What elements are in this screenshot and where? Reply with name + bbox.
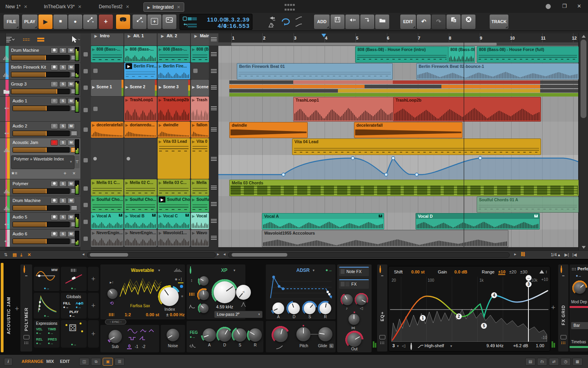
remote-controls-icon[interactable] xyxy=(379,335,385,339)
mod-amount-icon[interactable]: ●→ xyxy=(71,286,76,290)
clip-slot[interactable]: ▶Wavo xyxy=(191,230,209,247)
scroll-left-icon[interactable]: ◄ xyxy=(82,252,85,256)
volume-fader[interactable] xyxy=(13,106,70,111)
volume-fader[interactable] xyxy=(11,89,70,94)
arm-button[interactable] xyxy=(51,81,58,87)
scene-play-icon[interactable]: ▶ xyxy=(94,34,97,38)
stop-button[interactable] xyxy=(193,69,198,73)
stop-clips-button[interactable] xyxy=(83,108,88,112)
chevron-down-icon[interactable]: ▼ xyxy=(233,269,236,272)
clip-play-icon[interactable]: ▶ xyxy=(159,64,162,68)
cutoff-value[interactable]: 4.59 kHz xyxy=(213,304,236,309)
mixer-panel-toggle-icon[interactable]: ☰ xyxy=(114,358,125,366)
clip-play-icon[interactable]: ▶ xyxy=(125,181,128,185)
clip-slot[interactable]: ▶Vita 0 xyxy=(191,138,209,179)
punch-in-icon[interactable] xyxy=(267,15,276,22)
stop-button[interactable] xyxy=(93,107,98,111)
stop-button[interactable]: ■ xyxy=(53,14,68,29)
filter-power-icon[interactable] xyxy=(190,268,191,274)
stop-clips-button[interactable] xyxy=(83,237,88,241)
clip-slot[interactable]: ▶Trash xyxy=(191,97,209,121)
arranger-view-toggle-icon[interactable] xyxy=(37,37,45,42)
track-row[interactable]: Berlin Firework Kit S M xyxy=(0,63,80,80)
sub-knob[interactable] xyxy=(109,330,122,343)
device-power-icon[interactable] xyxy=(561,267,562,273)
clip-row-menu-icon[interactable] xyxy=(211,52,217,56)
scene-play-icon[interactable]: ▶ xyxy=(161,34,164,38)
browser-panel-icon[interactable]: 🗀 xyxy=(537,358,547,366)
cutoff-knob[interactable] xyxy=(214,281,236,303)
eq-gain-value[interactable]: 0.0 dB xyxy=(454,270,467,274)
clip-slot[interactable]: ▶dwindle xyxy=(158,122,190,138)
index-knob[interactable] xyxy=(160,287,179,306)
stop-clips-button[interactable] xyxy=(83,69,88,73)
track-name[interactable]: Drum Machine xyxy=(11,48,48,53)
clip-slot[interactable]: ▶Soulful Cho... xyxy=(91,196,123,212)
scene-play-icon[interactable]: ▶ xyxy=(92,85,95,89)
env-s-knob[interactable] xyxy=(304,302,316,314)
remote-controls-icon[interactable] xyxy=(561,335,566,339)
env-d-knob[interactable] xyxy=(288,302,300,314)
clip-slot[interactable]: ▶808 (Bass-... xyxy=(124,46,157,62)
clip-slot-empty[interactable] xyxy=(191,63,209,79)
track-row[interactable]: Drum Machine S M xyxy=(0,196,80,213)
clip-playing-icon[interactable]: ▶ xyxy=(159,197,165,202)
arranger-track-lane[interactable]: Wavoloid1955 Acccolours xyxy=(218,230,578,247)
osc-ratio[interactable]: 1:2 xyxy=(125,312,131,317)
stop-clips-button[interactable] xyxy=(83,86,88,90)
band-q-value[interactable]: 1.00 xyxy=(536,343,544,348)
track-menu-button[interactable]: TRACK xyxy=(489,14,509,29)
automation-parameter-chooser[interactable]: Polymer » Wavetable Index ▼ xyxy=(11,155,74,169)
undo-button[interactable]: ↶ xyxy=(416,14,431,29)
close-window-icon[interactable]: ✕ xyxy=(577,3,581,9)
clip-slot-playing[interactable]: ▶Berlin Fire... xyxy=(124,63,157,79)
arranger-vscrollbar[interactable] xyxy=(579,33,588,250)
sub-oct-2[interactable]: -2 xyxy=(142,344,145,349)
stop-button[interactable] xyxy=(93,69,98,73)
automation-lane[interactable] xyxy=(218,155,578,179)
solo-button[interactable]: S xyxy=(59,123,67,129)
add-device-icon[interactable]: + xyxy=(15,305,19,313)
vscroll-thumb[interactable] xyxy=(581,40,586,118)
fill-mod[interactable]: FILL●→ xyxy=(63,301,71,309)
device-power-icon[interactable] xyxy=(379,267,381,273)
solo-button[interactable]: S xyxy=(59,140,67,146)
sub-oct-1[interactable]: -1 xyxy=(135,344,138,349)
clip-play-icon[interactable]: ▶ xyxy=(192,47,195,51)
add-modulator-button[interactable]: + xyxy=(88,267,99,291)
time-display[interactable]: 0:16.553 xyxy=(223,22,250,29)
clip-play-icon[interactable]: ▶ xyxy=(192,123,195,127)
mute-button[interactable]: M xyxy=(67,81,75,87)
edit-view-button[interactable]: EDIT xyxy=(60,359,70,364)
rel-mod[interactable]: REL●→ xyxy=(36,337,43,345)
clip-row-menu-icon[interactable] xyxy=(211,106,217,111)
clip-slot[interactable]: ▶Soulfu xyxy=(191,196,209,212)
chevron-left-icon[interactable]: ◀ xyxy=(242,290,244,293)
close-tab-icon[interactable]: ✕ xyxy=(177,5,180,9)
clip-slot[interactable]: ▶Mella 02 C... xyxy=(124,179,157,196)
play-menu-button[interactable]: PLAY xyxy=(22,14,38,29)
arranger-clip[interactable]: TrashLoop2b xyxy=(393,97,541,122)
stop-clips-button[interactable] xyxy=(83,220,88,224)
device-header-polymer[interactable]: POLYMER xyxy=(20,264,32,352)
arm-button[interactable] xyxy=(51,64,58,70)
modulator-globals[interactable]: Globals FILL●→ A◆B●→ PLAY●→ xyxy=(61,293,87,319)
track-name[interactable]: Drum Machine xyxy=(13,198,49,203)
scroll-right-icon[interactable]: ► xyxy=(216,252,220,256)
clip-slot[interactable]: ▶Mella 01 C... xyxy=(91,179,123,196)
clip-slot[interactable]: ▶fallon xyxy=(191,122,209,138)
wt-mode-icons[interactable]: ❋ ◗ ▏ xyxy=(175,278,183,281)
eq-band-5[interactable]: 5 xyxy=(481,323,487,329)
mod-depth-knob[interactable] xyxy=(574,282,586,294)
clip-slot[interactable]: ▶NeverEngin... xyxy=(91,230,123,247)
clip-row-menu-icon[interactable] xyxy=(211,157,217,161)
noise-knob[interactable] xyxy=(167,329,179,341)
loop-icon[interactable] xyxy=(279,17,292,26)
chevron-down-icon[interactable]: ▼ xyxy=(450,344,453,348)
feg-d-knob[interactable] xyxy=(218,328,231,342)
arranger-track-lane[interactable]: Berlin Firework Beat 01 Berlin Firework … xyxy=(218,63,578,80)
track-row[interactable]: Audio 5 S M xyxy=(0,213,80,230)
pointer-tool-icon[interactable] xyxy=(70,36,80,44)
mod-amount-icon[interactable]: ●→ xyxy=(71,342,76,346)
solo-button[interactable]: S xyxy=(59,181,67,187)
